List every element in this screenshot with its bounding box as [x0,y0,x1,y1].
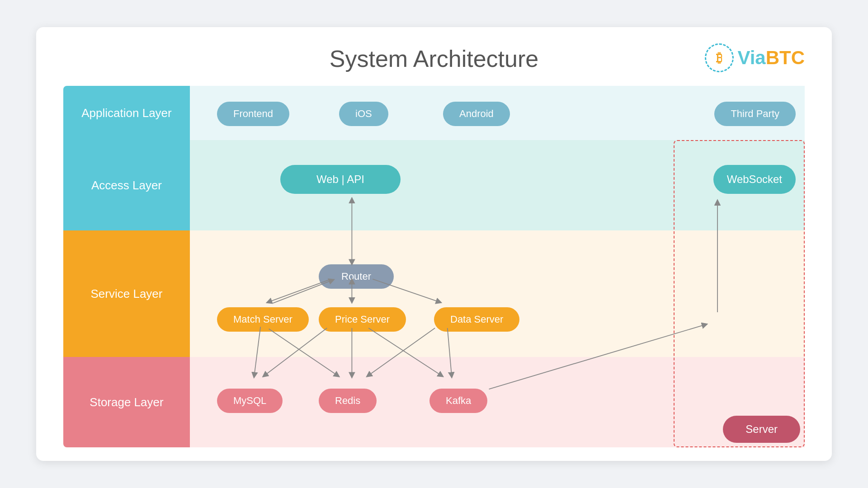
logo-icon: ₿ [705,43,734,72]
access-layer-label: Access Layer [63,140,190,230]
logo-btc: BTC [766,47,805,68]
data-server-node: Data Server [434,307,519,332]
frontend-node: Frontend [217,102,289,126]
server-node: Server [723,416,800,443]
service-layer-label: Service Layer [63,230,190,357]
content-area: Frontend iOS Android Third Party Web | A… [190,86,805,447]
web-api-node: Web | API [280,165,401,194]
diagram: Application Layer Access Layer Service L… [63,86,805,447]
storage-layer-label: Storage Layer [63,357,190,447]
android-node: Android [443,102,510,126]
kafka-node: Kafka [429,389,487,413]
slide: System Architecture ₿ ViaBTC Application… [36,27,832,461]
price-server-node: Price Server [319,307,406,332]
application-layer-label: Application Layer [63,86,190,140]
service-bg [190,230,805,357]
page-title: System Architecture [63,45,805,72]
mysql-node: MySQL [217,389,283,413]
third-party-node: Third Party [714,102,796,126]
redis-node: Redis [319,389,377,413]
btc-symbol: ₿ [716,51,722,66]
router-node: Router [319,264,394,289]
logo: ₿ ViaBTC [705,43,805,72]
labels-column: Application Layer Access Layer Service L… [63,86,190,447]
logo-via: Via [737,47,765,68]
match-server-node: Match Server [217,307,309,332]
logo-text: ViaBTC [737,47,805,69]
ios-node: iOS [339,102,388,126]
websocket-node: WebSocket [713,165,796,194]
